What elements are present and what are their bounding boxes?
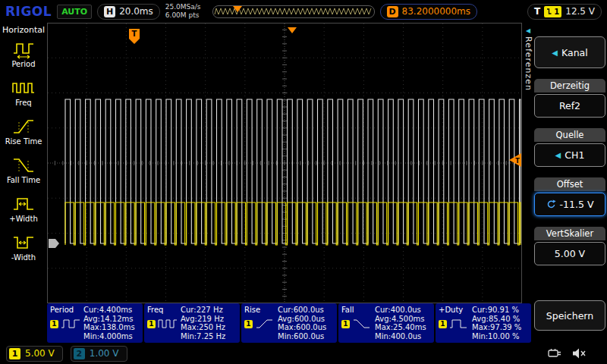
cur-value: Cur:90.91 % [472,306,529,315]
measurement-label: Period [50,306,83,314]
ch2-badge: 2 [74,348,85,359]
kanal-label: Kanal [561,47,588,58]
min-value: Min:10.00 % [472,332,529,341]
quelle-value-button[interactable]: ◀ CH1 [534,143,605,167]
avg-value: Avg:14.12ms [83,315,140,324]
avg-value: Avg:219 Hz [181,315,237,324]
sidebar-item-minus-width[interactable]: -Width [0,233,47,262]
vertskalier-value-button[interactable]: 5.00 V [534,242,605,265]
speichern-label: Speichern [546,310,593,322]
avg-value: Avg:600.0us [278,315,335,324]
measurement-plus-duty[interactable]: +Duty 1 Cur:90.91 % Avg:85.40 % Max:97.3… [436,303,531,343]
derzeitig-group: Derzeitig Ref2 [534,79,605,118]
quelle-label: Quelle [534,128,605,142]
source-channel-badge: 1 [341,320,350,328]
cur-value: Cur:400.0us [375,306,432,315]
rigol-logo: RIGOL [5,4,52,19]
fall-time-icon [11,155,36,175]
rotate-knob-icon [546,199,556,209]
sidebar-item-label: Fall Time [7,176,40,184]
freq-measure-icon [158,318,178,330]
trigger-source-badge: 1 [544,6,561,17]
quelle-group: Quelle ◀ CH1 [534,128,605,167]
source-channel-badge: 1 [50,320,58,328]
kanal-button[interactable]: ◀ Kanal [534,36,605,68]
sample-rate: 25.0MSa/s [165,3,201,11]
offset-value-button[interactable]: -11.5 V [534,193,605,216]
offset-value: -11.5 V [560,199,594,210]
trigger-level-value: 12.5 V [565,6,595,17]
max-value: Max:600.0us [278,323,335,332]
cur-value: Cur:227 Hz [181,306,237,315]
sidebar-item-rise-time[interactable]: Rise Time [0,117,47,146]
min-value: Min:600.0us [278,332,335,341]
delay-indicator: D 83.2000000ms [380,4,477,20]
h-key-badge: H [104,6,115,17]
max-value: Max:25.40ms [375,323,432,332]
sidebar-item-fall-time[interactable]: Fall Time [0,155,47,184]
measurement-label: Freq [147,306,181,314]
min-value: Min:4.000ms [83,332,140,341]
plus-width-icon [11,194,36,214]
offset-group: Offset -11.5 V [534,177,605,216]
scope-svg: T T [47,23,522,303]
sidebar-item-period[interactable]: Period [0,39,47,68]
measurement-period[interactable]: Period 1 Cur:4.400ms Avg:14.12ms Max:138… [47,303,143,343]
menu-collapse-arrow-icon: ◀ [526,27,530,34]
trigger-level-marker-icon[interactable]: T [509,153,521,167]
falling-edge-icon [546,8,552,15]
sidebar-item-freq[interactable]: Freq [0,78,47,107]
right-menu-panel: ◀ Kanal Derzeitig Ref2 Quelle ◀ CH1 Offs… [534,23,605,343]
source-channel-badge: 1 [439,320,447,328]
menu-tab-referenzen[interactable]: ◀ Referenzen [522,23,534,303]
d-key-badge: D [387,6,398,17]
sidebar-item-label: Rise Time [5,137,42,146]
memory-waveform-preview [213,6,374,17]
status-icons [548,348,587,359]
measurement-sidebar: Horizontal Period Freq Rise Time Fall Ti… [0,23,47,343]
sidebar-item-label: -Width [11,253,36,262]
left-arrow-icon: ◀ [552,49,558,57]
svg-text:T: T [132,30,137,38]
memory-depth: 6.00M pts [165,11,201,20]
measurement-fall[interactable]: Fall 1 Cur:400.0us Avg:4.500ms Max:25.40… [338,303,434,343]
measurement-label: Rise [244,306,278,314]
cur-value: Cur:4.400ms [83,306,140,315]
trigger-delay-marker-icon[interactable] [288,27,297,33]
ch1-waveform [65,202,521,245]
vertskalier-label: VertSkalier [534,227,605,240]
quelle-value: CH1 [565,149,584,161]
derzeitig-value-button[interactable]: Ref2 [534,94,605,118]
run-mode-badge: AUTO [57,5,92,19]
trigger-source-channel: 1 [554,8,559,16]
measurement-rise[interactable]: Rise 1 Cur:600.0us Avg:600.0us Max:600.0… [241,303,337,343]
fall-measure-icon [352,318,372,330]
measurement-label: +Duty [439,306,472,314]
min-value: Min:400.0us [375,332,432,341]
ground-level-marker-icon[interactable] [49,239,59,248]
period-measure-icon [61,318,80,330]
ch1-scale-button[interactable]: 1 5.00 V [6,346,63,362]
left-arrow-icon: ◀ [555,151,561,159]
measurement-freq[interactable]: Freq 1 Cur:227 Hz Avg:219 Hz Max:250 Hz … [144,303,240,343]
max-value: Max:97.39 % [472,323,529,332]
offset-label: Offset [534,177,605,191]
plus-duty-measure-icon [449,318,469,330]
sidebar-item-label: Period [11,60,35,68]
rise-measure-icon [255,318,275,330]
top-status-bar: RIGOL AUTO H 20.0ms 25.0MSa/s 6.00M pts … [0,0,607,23]
min-value: Min:7.25 Hz [181,332,237,341]
menu-tab-title: Referenzen [524,36,533,91]
speichern-button[interactable]: Speichern [534,300,605,331]
ch2-scale-button[interactable]: 2 1.00 V [71,346,127,362]
source-channel-badge: 1 [244,320,253,328]
sidebar-item-plus-width[interactable]: +Width [0,194,47,223]
ch2-scale-value: 1.00 V [90,348,119,359]
derzeitig-label: Derzeitig [534,79,605,93]
vertskalier-value: 5.00 V [555,248,585,259]
avg-value: Avg:4.500ms [375,315,432,324]
horizontal-timebase-indicator: H 20.0ms [97,4,160,20]
trigger-position-flag-icon[interactable]: T [129,29,140,44]
rise-time-icon [11,117,36,136]
avg-value: Avg:85.40 % [472,315,529,324]
